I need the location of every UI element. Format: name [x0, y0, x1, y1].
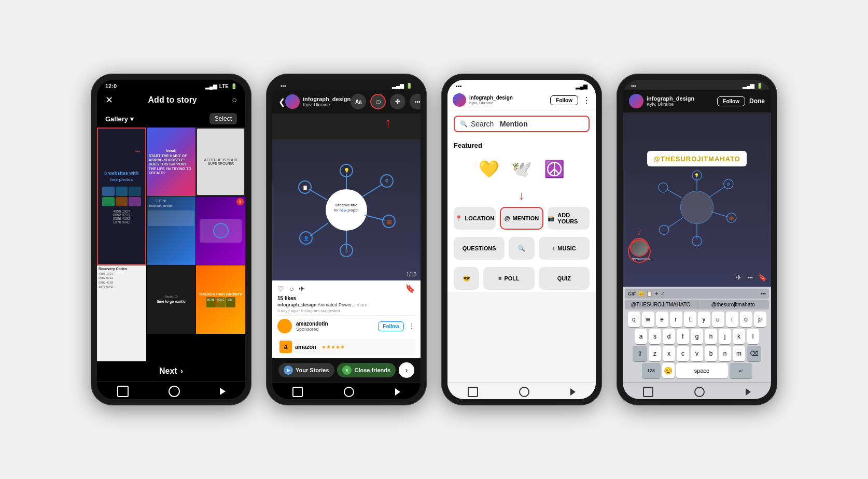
next-button[interactable]: Next ›	[159, 367, 183, 376]
done-btn-4[interactable]: Done	[749, 97, 765, 105]
move-tool-btn[interactable]: ✤	[390, 94, 405, 109]
close-friends-button[interactable]: ★ Close friends	[337, 363, 396, 377]
back-button[interactable]: ❮	[278, 97, 285, 107]
your-stories-button[interactable]: ▶ Your Stories	[278, 363, 334, 377]
more-dots[interactable]: ⋮	[408, 322, 415, 330]
bookmark-icon-4[interactable]: 🔖	[758, 273, 767, 281]
more-menu-btn[interactable]: •••	[410, 94, 421, 109]
quiz-sticker-btn[interactable]: QUIZ	[539, 267, 590, 290]
key-j[interactable]: j	[719, 329, 731, 344]
poll-sticker-btn[interactable]: ≡ POLL	[483, 267, 534, 290]
shift-key[interactable]: ⇧	[633, 346, 647, 361]
gallery-cell-5[interactable]: 1	[196, 196, 245, 265]
key-h[interactable]: h	[705, 329, 717, 344]
nav-square-4[interactable]	[643, 387, 653, 397]
key-c[interactable]: c	[677, 346, 689, 361]
search-bar-mention[interactable]: 🔍 Search Mention	[454, 116, 590, 132]
key-p[interactable]: p	[754, 312, 766, 327]
more-link[interactable]: more	[357, 302, 368, 307]
clipboard-icon[interactable]: 📋	[646, 291, 652, 297]
ukraine-sticker[interactable]: 💛	[475, 154, 503, 183]
peace-sticker[interactable]: ☮️	[540, 154, 569, 183]
questions-sticker-btn[interactable]: QUESTIONS	[454, 237, 505, 260]
mention-tag-box[interactable]: @THESUROJITMAHATO	[647, 151, 747, 166]
nav-square-2[interactable]	[292, 387, 303, 397]
sticker-tool-btn[interactable]: ☺	[370, 94, 386, 109]
key-z[interactable]: z	[649, 346, 661, 361]
gallery-cell-codes[interactable]: Recovery Codes 4358 19270652 97130586 41…	[97, 265, 146, 361]
key-i[interactable]: i	[726, 312, 738, 327]
gallery-cell-4[interactable]: ♡ ☐ ✈ infograph_design	[147, 196, 196, 265]
follow-btn-3[interactable]: Follow	[550, 95, 578, 105]
close-icon[interactable]: ✕	[105, 94, 113, 106]
follow-btn-4[interactable]: Follow	[717, 96, 745, 106]
key-g[interactable]: g	[691, 329, 703, 344]
key-k[interactable]: k	[733, 329, 745, 344]
suggestion-2[interactable]: @thesurojitmahato	[697, 300, 769, 309]
nav-back-3[interactable]	[570, 388, 576, 396]
search-icon[interactable]: ○	[232, 95, 237, 105]
key-d[interactable]: d	[663, 329, 675, 344]
gallery-label[interactable]: Gallery ▾	[105, 115, 134, 123]
next-circle-button[interactable]: ›	[399, 362, 414, 378]
key-e[interactable]: e	[656, 312, 668, 327]
heart-icon[interactable]: ♡	[277, 285, 284, 293]
follow-button[interactable]: Follow	[378, 321, 404, 331]
bookmark-icon[interactable]: 🔖	[405, 284, 415, 293]
key-b[interactable]: b	[705, 346, 717, 361]
gallery-cell-2[interactable]: headi START THE HABIT OF ASKING YOURSELF…	[147, 128, 196, 196]
key-w[interactable]: w	[642, 312, 654, 327]
location-sticker-btn[interactable]: 📍 LOCATION	[454, 207, 496, 230]
suggestion-1[interactable]: @THESUROJITMAHATO	[625, 300, 697, 309]
nav-back-icon[interactable]	[220, 388, 226, 395]
nav-back-2[interactable]	[395, 388, 400, 396]
emoji-sticker-btn[interactable]: 😎	[454, 267, 479, 290]
nav-home-3[interactable]	[519, 387, 529, 397]
key-s[interactable]: s	[649, 329, 661, 344]
add-yours-sticker-btn[interactable]: 📸 ADD YOURS	[548, 207, 590, 230]
music-sticker-btn[interactable]: ♪ MUSIC	[539, 237, 590, 260]
key-u[interactable]: u	[712, 312, 724, 327]
gallery-cell-3[interactable]: ATTITUDE IS YOUR SUPERPOWER	[196, 128, 245, 196]
gallery-cell-7[interactable]: Studio 10 time to go exotic	[147, 265, 196, 334]
gallery-cell-featured[interactable]: 6 websites with free photos	[97, 128, 146, 265]
nav-home-4[interactable]	[694, 387, 705, 397]
dots-icon-4[interactable]: •••	[747, 275, 753, 280]
sparkle-icon[interactable]: ✦	[654, 291, 659, 297]
nav-home-icon[interactable]	[169, 386, 180, 397]
send-icon-4[interactable]: ✈	[736, 273, 742, 281]
key-v[interactable]: v	[691, 346, 703, 361]
return-key[interactable]: ↵	[730, 363, 752, 378]
key-r[interactable]: r	[670, 312, 682, 327]
mention-sticker-btn[interactable]: @ MENTION	[500, 207, 544, 230]
backspace-key[interactable]: ⌫	[747, 346, 761, 361]
nav-home-2[interactable]	[344, 387, 354, 397]
nav-back-4[interactable]	[746, 388, 751, 396]
emoji-btn-kbd[interactable]: 😊	[638, 291, 644, 297]
search-sticker-btn[interactable]: 🔍	[509, 237, 534, 260]
more-dots-3[interactable]: ⋮	[582, 95, 591, 105]
key-t[interactable]: t	[684, 312, 696, 327]
key-l[interactable]: l	[747, 329, 759, 344]
num-key[interactable]: 123	[642, 363, 661, 378]
space-key[interactable]: space	[676, 363, 728, 378]
checkmark-icon[interactable]: ✓	[661, 291, 665, 297]
text-tool-btn[interactable]: Aa	[351, 94, 366, 109]
select-button[interactable]: Select	[209, 113, 237, 124]
dove-sticker[interactable]: 🕊️	[508, 154, 536, 183]
share-icon[interactable]: ✈	[299, 285, 305, 293]
key-n[interactable]: n	[719, 346, 731, 361]
key-a[interactable]: a	[635, 329, 647, 344]
comment-icon[interactable]: ○	[289, 285, 293, 293]
emoji-key[interactable]: 😊	[662, 363, 675, 378]
more-kbd-icon[interactable]: •••	[760, 291, 766, 297]
key-q[interactable]: q	[628, 312, 640, 327]
key-f[interactable]: f	[677, 329, 689, 344]
nav-square-icon[interactable]	[117, 386, 129, 397]
key-x[interactable]: x	[663, 346, 675, 361]
nav-square-3[interactable]	[468, 387, 478, 397]
gallery-cell-8[interactable]: THICKER HAIR GROWTH HERB ROSE MINT	[196, 265, 245, 334]
key-y[interactable]: y	[698, 312, 710, 327]
key-o[interactable]: o	[740, 312, 752, 327]
key-m[interactable]: m	[733, 346, 745, 361]
